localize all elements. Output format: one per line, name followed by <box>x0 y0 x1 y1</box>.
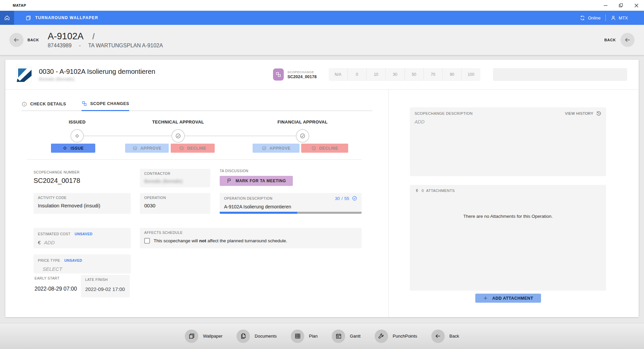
nav-plan[interactable]: Plan <box>291 330 318 343</box>
operation-subtitle: Borealis (Borealis) <box>39 77 155 82</box>
estimated-cost-field[interactable]: ESTIMATED COST UNSAVED € ADD <box>34 228 131 248</box>
scopechange-badge-icon <box>273 68 284 81</box>
add-attachment-button[interactable]: ADD ATTACHMENT <box>475 294 541 303</box>
check-circle-icon <box>132 146 138 151</box>
estimated-cost-placeholder[interactable]: ADD <box>44 240 55 245</box>
online-status[interactable]: Online <box>580 15 601 21</box>
check-circle-icon <box>352 196 357 201</box>
progress-step[interactable]: 50 <box>405 68 424 81</box>
operation-field: OPERATION 0030 <box>140 193 210 214</box>
description-placeholder[interactable]: ADD <box>415 119 601 124</box>
scopechange-description-panel[interactable]: SCOPECHANGE DESCRIPTION VIEW HISTORY ADD <box>410 107 606 176</box>
sync-icon <box>580 15 585 21</box>
issued-step-indicator <box>70 129 84 143</box>
restore-button[interactable] <box>613 0 629 11</box>
description-progress-fill <box>220 212 297 214</box>
progress-step[interactable]: 10 <box>367 68 386 81</box>
contractor-field: CONTRACTOR Borealis (Borealis) <box>140 169 210 187</box>
progress-step[interactable]: 90 <box>443 68 462 81</box>
progress-step[interactable]: 70 <box>424 68 443 81</box>
financial-decline-button[interactable]: DECLINE <box>301 144 348 153</box>
arrow-left-icon <box>13 37 20 43</box>
late-finish-value: 2022-09-02 17:00 <box>85 286 125 292</box>
currency-symbol: € <box>38 240 41 245</box>
scopechange-icon <box>82 101 87 106</box>
close-button[interactable] <box>629 0 644 11</box>
nav-gantt[interactable]: Gantt <box>332 330 361 343</box>
tab-label: SCOPE CHANGES <box>90 101 129 106</box>
header-divider <box>605 14 606 21</box>
view-history-button[interactable]: VIEW HISTORY <box>565 111 601 116</box>
minimize-button[interactable] <box>598 0 613 11</box>
main-content: 0030 - A-9102A Isolierung demontieren Bo… <box>0 55 644 323</box>
activity-code-value: Insulation Removed (insudi) <box>38 203 126 208</box>
unsaved-badge: UNSAVED <box>74 232 92 236</box>
plan-icon <box>291 330 304 343</box>
breadcrumb-separator: / <box>92 32 94 41</box>
breadcrumb: BACK A-9102A / 87443989 - TA WARTUNGSPLA… <box>0 25 644 55</box>
nav-punchpoints[interactable]: PunchPoints <box>375 330 417 343</box>
tab-scope-changes[interactable]: SCOPE CHANGES <box>82 101 129 111</box>
issue-button[interactable]: ISSUE <box>51 144 95 153</box>
tab-check-details[interactable]: CHECK DETAILS <box>21 101 66 111</box>
stage-label-issued: ISSUED <box>69 119 86 124</box>
progress-step[interactable]: 100 <box>462 68 480 81</box>
nav-back[interactable]: Back <box>431 330 459 343</box>
window-titlebar: MATAP <box>0 0 644 11</box>
progress-step[interactable]: N/A <box>329 68 348 81</box>
diamond-icon <box>74 133 80 139</box>
tab-label: CHECK DETAILS <box>30 102 66 106</box>
scopechange-form: SCOPECHANGE NUMBER SC2024_00178 CONTRACT… <box>5 160 388 304</box>
plus-icon <box>483 296 488 301</box>
check-circle-icon <box>300 133 306 139</box>
workflow-connector <box>77 136 303 136</box>
back-button-right[interactable] <box>621 33 635 47</box>
home-icon <box>4 15 10 21</box>
back-button[interactable] <box>9 33 23 47</box>
online-label: Online <box>588 15 601 20</box>
details-pane: SCOPECHANGE DESCRIPTION VIEW HISTORY ADD <box>388 90 639 317</box>
nav-wallpaper[interactable]: Wallpaper <box>185 330 222 343</box>
affects-schedule-field: AFFECTS SCHEDULE This scopechange will n… <box>140 228 362 248</box>
price-type-field[interactable]: PRICE TYPE UNSAVED SELECT <box>34 254 131 273</box>
home-button[interactable] <box>0 11 14 25</box>
back-label-right[interactable]: BACK <box>604 38 616 42</box>
window-controls <box>598 0 644 11</box>
documents-icon <box>236 330 250 343</box>
operation-description-value[interactable]: A-9102A Isolierung demontieren <box>224 204 357 209</box>
technical-approve-button[interactable]: APPROVE <box>125 144 169 153</box>
financial-step-indicator <box>296 129 309 143</box>
ta-discussion-field: TA DISCUSSION MARK FOR TA MEETING <box>220 169 293 186</box>
financial-approve-button[interactable]: APPROVE <box>253 144 300 153</box>
progress-step[interactable]: 0 <box>348 68 367 81</box>
decline-icon <box>311 146 316 151</box>
approval-workflow: ISSUED TECHNICAL APPROVAL FINANCIAL APPR… <box>5 116 388 154</box>
user-menu[interactable]: MTX <box>610 15 628 21</box>
wallpaper-icon <box>25 15 31 21</box>
technical-step-indicator <box>171 129 185 143</box>
scopechange-badge-value: SC2024_00178 <box>287 74 317 79</box>
early-start-value: 2022-08-29 07:00 <box>35 286 77 292</box>
back-label[interactable]: BACK <box>28 38 39 42</box>
check-circle-icon <box>262 146 267 151</box>
description-progress-track <box>220 212 362 214</box>
mark-for-ta-meeting-button[interactable]: MARK FOR TA MEETING <box>220 176 293 186</box>
technical-decline-button[interactable]: DECLINE <box>171 144 215 153</box>
operation-title: 0030 - A-9102A Isolierung demontieren <box>39 68 155 76</box>
decline-icon <box>179 146 184 151</box>
price-type-placeholder[interactable]: SELECT <box>38 266 126 272</box>
late-finish-field: LATE FINISH 2022-09-02 17:00 <box>81 275 130 297</box>
history-icon <box>596 111 601 116</box>
tabs: CHECK DETAILS SCOPE CHANGES <box>21 101 372 111</box>
user-label: MTX <box>619 15 628 20</box>
attachments-count: 0 <box>422 189 424 193</box>
stage-label-financial: FINANCIAL APPROVAL <box>277 119 328 124</box>
affects-schedule-checkbox[interactable] <box>144 238 150 244</box>
operation-description-field[interactable]: OPERATION DESCRIPTION 30 / 55 A-9102A Is… <box>220 193 362 214</box>
app-header: TURNAROUND WALLPAPER Online MTX <box>0 11 644 25</box>
gantt-icon <box>332 330 345 343</box>
progress-step[interactable]: 30 <box>386 68 405 81</box>
info-icon <box>21 101 27 107</box>
operation-card: 0030 - A-9102A Isolierung demontieren Bo… <box>5 60 639 317</box>
nav-documents[interactable]: Documents <box>236 330 277 343</box>
